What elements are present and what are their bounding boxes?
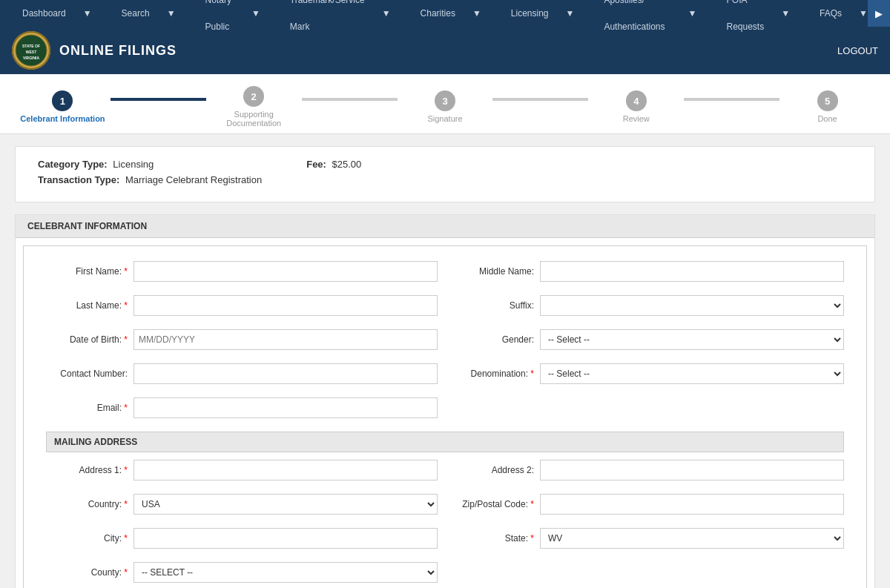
state-select[interactable]: WV AL AK AZ CA <box>540 528 844 549</box>
dob-gender-row: Date of Birth: * Gender: -- Select -- Ma… <box>46 329 844 350</box>
county-label: County: * <box>46 567 128 578</box>
city-state-row: City: * State: * WV AL AK AZ CA <box>46 528 844 549</box>
last-suffix-row: Last Name: * Suffix: Jr Sr II III <box>46 295 844 316</box>
state-seal-logo: STATE OF WEST VIRGINIA <box>12 31 50 70</box>
name-row: First Name: * Middle Name: <box>46 261 844 282</box>
last-name-label: Last Name: * <box>46 300 128 311</box>
step-3-signature: 3 Signature <box>398 90 493 123</box>
step-4-label: Review <box>623 114 650 123</box>
step-line-1-2 <box>111 98 206 101</box>
logout-button[interactable]: LOGOUT <box>837 45 878 56</box>
nav-charities[interactable]: Charities ▼ <box>406 0 496 27</box>
state-label: State: * <box>452 533 534 544</box>
address2-label: Address 2: <box>452 465 534 475</box>
svg-text:STATE OF: STATE OF <box>22 44 40 48</box>
contact-input[interactable] <box>134 363 438 384</box>
fee-label: Fee: <box>306 159 326 170</box>
first-name-input[interactable] <box>134 261 438 282</box>
top-navigation: Dashboard ▼ Search ▼ Notary Public ▼ Tra… <box>0 0 890 27</box>
search-arrow-icon: ▼ <box>159 0 183 27</box>
progress-stepper: 1 Celebrant Information 2 Supporting Doc… <box>0 74 890 134</box>
step-5-done: 5 Done <box>779 90 875 123</box>
county-row: County: * -- SELECT -- <box>46 562 844 583</box>
suffix-label: Suffix: <box>452 300 534 311</box>
celebrant-form-body: First Name: * Middle Name: Last Name: * … <box>23 245 867 588</box>
nav-scroll-right[interactable]: ▶ <box>868 0 890 27</box>
dashboard-arrow-icon: ▼ <box>76 0 99 27</box>
step-2-circle: 2 <box>243 86 264 107</box>
zip-label: Zip/Postal Code: * <box>452 499 534 509</box>
contact-denomination-row: Contact Number: Denomination: * -- Selec… <box>46 363 844 384</box>
email-input[interactable] <box>134 397 438 418</box>
country-select[interactable]: USA <box>134 494 438 515</box>
fee-value: $25.00 <box>332 159 362 170</box>
step-3-circle: 3 <box>435 90 455 111</box>
celebrant-section-header: CELEBRANT INFORMATION <box>16 215 874 238</box>
suffix-select[interactable]: Jr Sr II III <box>540 295 844 316</box>
step-1-circle: 1 <box>52 90 73 111</box>
denomination-select[interactable]: -- Select -- <box>540 363 844 384</box>
category-type-value: Licensing <box>113 159 154 170</box>
nav-licensing[interactable]: Licensing ▼ <box>496 0 590 27</box>
foia-arrow-icon: ▼ <box>774 0 797 27</box>
step-line-3-4 <box>492 98 588 101</box>
zip-input[interactable] <box>540 494 844 515</box>
contact-label: Contact Number: <box>46 369 128 379</box>
address1-input[interactable] <box>134 460 438 480</box>
email-label: Email: * <box>46 403 128 413</box>
category-type-label: Category Type: <box>38 159 108 170</box>
celebrant-information-section: CELEBRANT INFORMATION First Name: * Midd… <box>15 214 875 588</box>
middle-name-input[interactable] <box>540 261 844 282</box>
nav-trademark[interactable]: Trademark/Service Mark ▼ <box>275 0 406 40</box>
notary-arrow-icon: ▼ <box>244 0 268 27</box>
nav-notary[interactable]: Notary Public ▼ <box>191 0 275 40</box>
address2-input[interactable] <box>540 460 844 480</box>
gender-label: Gender: <box>452 334 534 345</box>
step-1-label: Celebrant Information <box>20 114 105 123</box>
first-name-label: First Name: * <box>46 266 128 277</box>
nav-search[interactable]: Search ▼ <box>107 0 191 27</box>
step-4-circle: 4 <box>626 90 647 111</box>
nav-dashboard[interactable]: Dashboard ▼ <box>7 0 107 27</box>
step-5-label: Done <box>817 114 837 123</box>
licensing-arrow-icon: ▼ <box>558 0 582 27</box>
dob-label: Date of Birth: * <box>46 334 128 345</box>
step-4-review: 4 Review <box>588 90 684 123</box>
step-2-label: Supporting Documentation <box>206 110 302 128</box>
address-row: Address 1: * Address 2: <box>46 460 844 480</box>
country-zip-row: Country: * USA Zip/Postal Code: * <box>46 494 844 515</box>
step-line-4-5 <box>684 98 779 101</box>
apostilles-arrow-icon: ▼ <box>681 0 705 27</box>
address1-label: Address 1: * <box>46 465 128 475</box>
transaction-type-value: Marriage Celebrant Registration <box>125 174 262 185</box>
nav-apostilles[interactable]: Apostilles/ Authentications ▼ <box>589 0 711 40</box>
middle-name-label: Middle Name: <box>452 266 534 277</box>
transaction-type-label: Transaction Type: <box>38 174 119 185</box>
last-name-input[interactable] <box>134 295 438 316</box>
svg-text:WEST: WEST <box>26 50 36 54</box>
charities-arrow-icon: ▼ <box>465 0 489 27</box>
step-1-celebrant: 1 Celebrant Information <box>15 90 111 123</box>
dob-input[interactable] <box>134 329 438 350</box>
step-3-label: Signature <box>427 114 462 123</box>
step-2-docs: 2 Supporting Documentation <box>206 86 302 128</box>
city-input[interactable] <box>134 528 438 549</box>
email-row: Email: * <box>46 397 844 418</box>
denomination-label: Denomination: * <box>452 369 534 379</box>
transaction-info: Category Type: Licensing Transaction Typ… <box>15 146 875 202</box>
step-line-2-3 <box>302 98 398 101</box>
gender-select[interactable]: -- Select -- Male Female <box>540 329 844 350</box>
svg-text:VIRGINIA: VIRGINIA <box>23 56 40 60</box>
step-5-circle: 5 <box>817 90 838 111</box>
trademark-arrow-icon: ▼ <box>375 0 398 27</box>
mailing-address-header: MAILING ADDRESS <box>46 432 844 452</box>
site-title: ONLINE FILINGS <box>59 43 177 59</box>
county-select[interactable]: -- SELECT -- <box>134 562 438 583</box>
nav-foia[interactable]: FOIA Requests ▼ <box>712 0 805 40</box>
country-label: Country: * <box>46 499 128 509</box>
city-label: City: * <box>46 533 128 544</box>
